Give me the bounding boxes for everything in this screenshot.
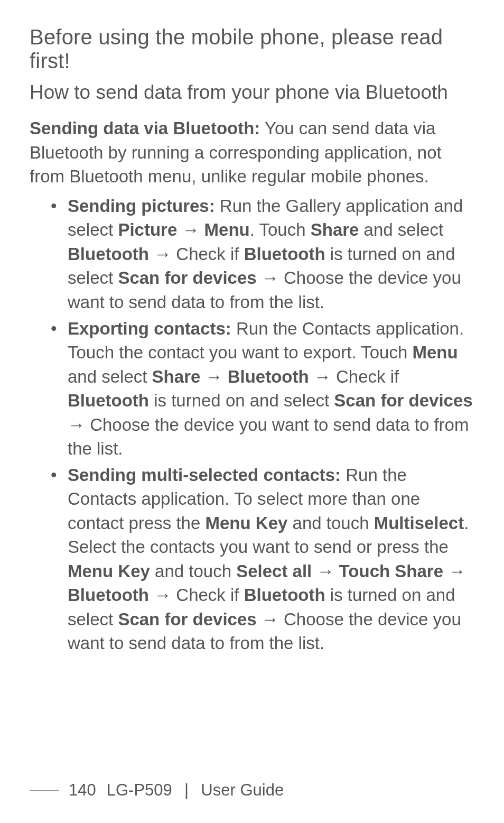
bullet-text: Check if bbox=[171, 244, 244, 264]
arrow-icon: → bbox=[314, 367, 331, 386]
bullet-bold: Touch Share bbox=[339, 561, 443, 581]
bullet-bold: Menu bbox=[204, 220, 250, 239]
bullet-text: is turned on and select bbox=[149, 391, 334, 410]
bullet-list: Sending pictures: Run the Gallery applic… bbox=[30, 194, 474, 655]
arrow-icon: → bbox=[182, 220, 199, 239]
bullet-text: Check if bbox=[331, 367, 399, 386]
manual-page: Before using the mobile phone, please re… bbox=[0, 0, 504, 823]
bullet-bold: Share bbox=[311, 220, 359, 239]
bullet-bold: Bluetooth bbox=[228, 367, 309, 386]
bullet-text bbox=[199, 220, 204, 239]
arrow-icon: → bbox=[68, 415, 85, 434]
bullet-text bbox=[149, 244, 154, 264]
footer-rule bbox=[30, 790, 59, 791]
bullet-text: . Touch bbox=[250, 220, 311, 239]
bullet-bold: Multiselect bbox=[374, 513, 464, 533]
arrow-icon: → bbox=[262, 268, 279, 288]
bullet-lead-bold: Sending multi-selected contacts: bbox=[68, 465, 341, 485]
footer-line: 140LG-P509 | User Guide bbox=[30, 781, 474, 800]
bullet-text bbox=[257, 609, 262, 629]
arrow-icon: → bbox=[154, 585, 171, 605]
bullet-bold: Bluetooth bbox=[68, 244, 149, 264]
bullet-text: Choose the device you want to send data … bbox=[68, 415, 469, 459]
bullet-text: and touch bbox=[150, 561, 236, 581]
list-item: Sending multi-selected contacts: Run the… bbox=[68, 463, 474, 655]
bullet-bold: Menu Key bbox=[68, 561, 150, 581]
arrow-icon: → bbox=[206, 367, 223, 386]
bullet-bold: Share bbox=[152, 367, 201, 386]
bullet-text: Check if bbox=[171, 585, 244, 605]
bullet-bold: Select all bbox=[236, 561, 312, 581]
chapter-title: Before using the mobile phone, please re… bbox=[30, 25, 474, 73]
arrow-icon: → bbox=[448, 561, 465, 581]
footer-guide: User Guide bbox=[201, 781, 284, 799]
bullet-bold: Scan for devices bbox=[118, 268, 256, 288]
list-item: Exporting contacts: Run the Contacts app… bbox=[68, 317, 474, 461]
section-title: How to send data from your phone via Blu… bbox=[30, 80, 474, 105]
intro-lead-bold: Sending data via Bluetooth: bbox=[30, 118, 260, 138]
bullet-bold: Menu Key bbox=[205, 513, 287, 533]
bullet-bold: Scan for devices bbox=[118, 609, 256, 629]
page-number: 140 bbox=[69, 781, 96, 799]
bullet-bold: Bluetooth bbox=[68, 391, 149, 410]
bullet-bold: Menu bbox=[412, 343, 458, 362]
bullet-text bbox=[443, 561, 448, 581]
bullet-text bbox=[149, 585, 154, 605]
bullet-bold: Scan for devices bbox=[334, 391, 472, 410]
bullet-text bbox=[257, 268, 262, 288]
bullet-lead-bold: Exporting contacts: bbox=[68, 319, 231, 338]
bullet-text bbox=[334, 561, 339, 581]
intro-paragraph: Sending data via Bluetooth: You can send… bbox=[30, 116, 474, 189]
arrow-icon: → bbox=[316, 561, 334, 581]
footer-model: LG-P509 bbox=[107, 781, 172, 799]
bullet-text: and select bbox=[359, 220, 443, 239]
bullet-text bbox=[200, 367, 205, 386]
page-footer: 140LG-P509 | User Guide bbox=[0, 781, 504, 800]
bullet-text: and touch bbox=[287, 513, 374, 533]
list-item: Sending pictures: Run the Gallery applic… bbox=[68, 194, 474, 315]
bullet-lead-bold: Sending pictures: bbox=[68, 196, 215, 216]
bullet-bold: Bluetooth bbox=[244, 244, 325, 264]
bullet-text: and select bbox=[68, 367, 152, 386]
bullet-bold: Picture bbox=[118, 220, 177, 239]
bullet-bold: Bluetooth bbox=[68, 585, 149, 605]
arrow-icon: → bbox=[262, 609, 279, 629]
footer-separator: | bbox=[184, 781, 189, 799]
arrow-icon: → bbox=[154, 244, 171, 264]
bullet-text bbox=[223, 367, 228, 386]
bullet-bold: Bluetooth bbox=[244, 585, 325, 605]
bullet-text bbox=[309, 367, 314, 386]
footer-text: 140LG-P509 | User Guide bbox=[69, 781, 284, 800]
